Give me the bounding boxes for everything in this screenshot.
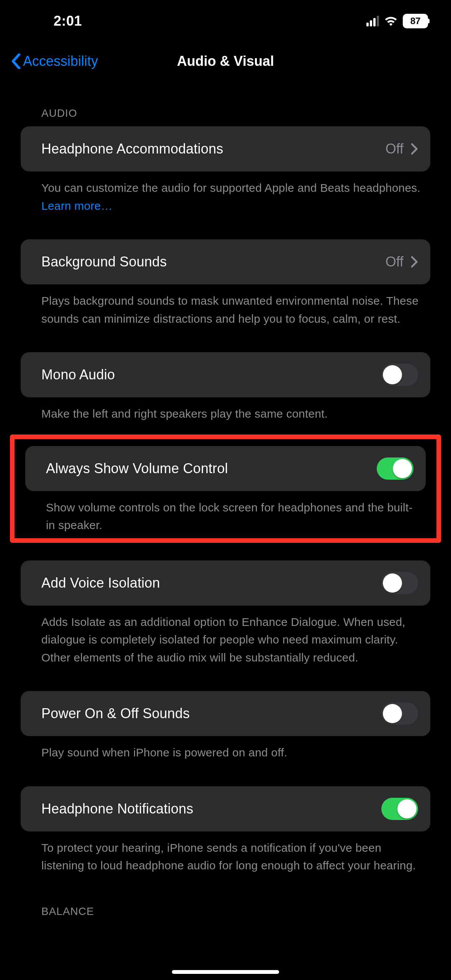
row-value: Off — [386, 141, 404, 157]
toggle-headphone-notifications[interactable] — [381, 798, 418, 820]
row-label: Background Sounds — [41, 254, 167, 270]
row-headphone-notifications[interactable]: Headphone Notifications — [21, 786, 430, 831]
highlight-box: Always Show Volume Control Show volume c… — [10, 434, 441, 543]
row-footer-headphone-accommodations: You can customize the audio for supporte… — [21, 172, 430, 215]
row-label: Always Show Volume Control — [46, 461, 228, 477]
page-title: Audio & Visual — [177, 53, 274, 69]
toggle-add-voice-isolation[interactable] — [381, 572, 418, 594]
row-headphone-accommodations[interactable]: Headphone Accommodations Off — [21, 126, 430, 172]
section-header-audio: AUDIO — [21, 80, 430, 126]
toggle-power-sounds[interactable] — [381, 702, 418, 725]
cellular-icon — [366, 16, 379, 26]
row-label: Mono Audio — [41, 367, 115, 383]
status-bar: 2:01 87 — [0, 0, 451, 42]
row-label: Headphone Notifications — [41, 801, 193, 817]
home-indicator[interactable] — [172, 970, 279, 974]
row-power-on-off-sounds[interactable]: Power On & Off Sounds — [21, 691, 430, 736]
row-label: Headphone Accommodations — [41, 141, 223, 157]
learn-more-link[interactable]: Learn more… — [41, 199, 113, 212]
row-footer-always-show-volume: Show volume controls on the lock screen … — [15, 491, 436, 534]
wifi-icon — [384, 16, 397, 26]
row-value: Off — [386, 254, 404, 270]
battery-icon: 87 — [403, 14, 428, 28]
row-background-sounds[interactable]: Background Sounds Off — [21, 239, 430, 284]
chevron-left-icon — [11, 54, 21, 69]
chevron-right-icon — [411, 256, 418, 268]
toggle-always-show-volume[interactable] — [377, 457, 413, 480]
row-footer-headphone-notifications: To protect your hearing, iPhone sends a … — [21, 831, 430, 875]
status-indicators: 87 — [366, 14, 428, 28]
row-mono-audio[interactable]: Mono Audio — [21, 352, 430, 397]
back-button[interactable]: Accessibility — [11, 53, 98, 69]
row-add-voice-isolation[interactable]: Add Voice Isolation — [21, 560, 430, 606]
status-time: 2:01 — [54, 13, 82, 29]
chevron-right-icon — [411, 143, 418, 155]
toggle-mono-audio[interactable] — [381, 364, 418, 386]
section-header-balance: BALANCE — [21, 875, 430, 924]
row-footer-mono-audio: Make the left and right speakers play th… — [21, 397, 430, 423]
row-footer-background-sounds: Plays background sounds to mask unwanted… — [21, 284, 430, 328]
nav-bar: Accessibility Audio & Visual — [0, 42, 451, 80]
row-footer-power-sounds: Play sound when iPhone is powered on and… — [21, 736, 430, 762]
row-label: Power On & Off Sounds — [41, 706, 190, 722]
back-label: Accessibility — [23, 53, 98, 69]
row-footer-add-voice-isolation: Adds Isolate as an additional option to … — [21, 606, 430, 667]
row-label: Add Voice Isolation — [41, 575, 160, 591]
row-always-show-volume-control[interactable]: Always Show Volume Control — [25, 446, 426, 491]
